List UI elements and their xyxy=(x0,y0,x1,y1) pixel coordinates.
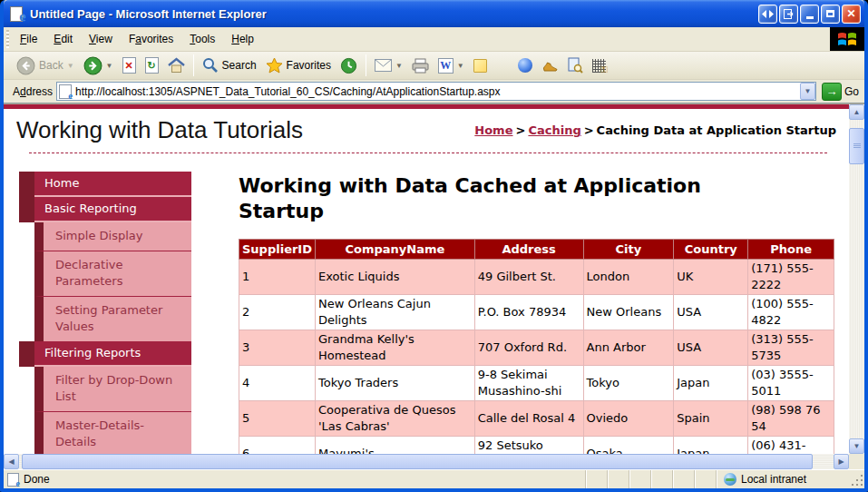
cell-address: Calle del Rosal 4 xyxy=(474,401,583,437)
resize-grip[interactable] xyxy=(852,470,864,488)
toolbar-separator xyxy=(193,54,194,76)
go-button[interactable]: → xyxy=(822,83,842,101)
breadcrumb-caching-link[interactable]: Caching xyxy=(528,123,580,137)
cell-supplier-id: 1 xyxy=(239,260,316,295)
title-bar: e Untitled Page - Microsoft Internet Exp… xyxy=(4,0,864,27)
cell-company-name: Grandma Kelly's Homestead xyxy=(316,330,475,366)
mail-dropdown-icon[interactable]: ▼ xyxy=(395,62,403,70)
cell-city: New Orleans xyxy=(583,295,674,330)
pop-out-button[interactable] xyxy=(779,5,798,24)
cell-city: Tokyo xyxy=(583,366,674,401)
addon-button[interactable] xyxy=(537,57,563,74)
find-document-button[interactable] xyxy=(563,55,588,75)
address-bar: Address e ▼ → Go xyxy=(4,80,864,103)
sidebar-item[interactable]: Declarative Parameters xyxy=(34,251,191,296)
sidebar-item[interactable]: Filtering Reports xyxy=(19,341,191,367)
history-button[interactable] xyxy=(336,55,362,76)
cell-country: USA xyxy=(674,330,748,366)
column-header: CompanyName xyxy=(316,240,475,260)
menu-item[interactable]: Favorites xyxy=(121,27,181,51)
vertical-scrollbar[interactable]: ▲ ▼ xyxy=(849,104,864,454)
print-button[interactable] xyxy=(407,56,434,75)
maximize-button[interactable] xyxy=(821,5,840,24)
sidebar-item[interactable]: Home xyxy=(19,172,191,197)
sidebar-item-label: Setting Parameter Values xyxy=(55,303,162,333)
back-icon xyxy=(16,56,35,75)
menu-items: FileEditViewFavoritesToolsHelp xyxy=(12,27,830,51)
horizontal-scroll-thumb[interactable] xyxy=(22,454,813,469)
refresh-button[interactable]: ↻ xyxy=(141,55,163,75)
search-icon xyxy=(202,57,219,74)
address-input[interactable] xyxy=(75,85,800,98)
breadcrumb: Home>Caching>Caching Data at Application… xyxy=(474,123,836,137)
site-header: Working with Data Tutorials Home>Caching… xyxy=(4,109,849,153)
scroll-down-button[interactable]: ▼ xyxy=(849,438,864,454)
table-row: 6 Mayumi's 92 Setsuko Chuo-ku Osaka Japa… xyxy=(239,437,834,455)
header-divider xyxy=(29,153,827,153)
menu-item[interactable]: Help xyxy=(223,27,262,51)
window-title: Untitled Page - Microsoft Internet Explo… xyxy=(30,7,756,21)
script-debug-button[interactable]: ⚿ xyxy=(588,57,610,74)
cell-city: London xyxy=(583,260,674,295)
forward-button[interactable]: ▼ xyxy=(79,54,118,77)
column-header: City xyxy=(583,240,674,260)
edit-in-word-icon: W xyxy=(438,58,454,74)
browser-window: e Untitled Page - Microsoft Internet Exp… xyxy=(0,0,868,492)
cell-phone: (98) 598 76 54 xyxy=(748,401,834,437)
status-bar: e Done Local intranet xyxy=(4,469,864,488)
sidebar-item-label: Filter by Drop-Down List xyxy=(55,373,172,403)
scroll-up-button[interactable]: ▲ xyxy=(849,104,864,120)
menu-item[interactable]: View xyxy=(81,27,121,51)
sidebar-item[interactable]: Basic Reporting xyxy=(19,197,191,222)
edit-in-word-button[interactable]: W ▼ xyxy=(434,56,469,75)
page-done-icon: e xyxy=(7,473,19,487)
cell-supplier-id: 6 xyxy=(239,437,316,455)
pan-arrows-button[interactable] xyxy=(758,5,777,24)
vertical-scroll-thumb[interactable] xyxy=(849,128,864,164)
stop-button[interactable]: ✕ xyxy=(118,55,141,75)
favorites-button[interactable]: Favorites xyxy=(261,55,336,75)
menu-item[interactable]: File xyxy=(12,27,45,51)
menu-item[interactable]: Tools xyxy=(181,27,223,51)
cell-supplier-id: 2 xyxy=(239,295,316,330)
back-label: Back xyxy=(39,59,63,72)
address-dropdown-button[interactable]: ▼ xyxy=(800,83,815,100)
status-text: Done xyxy=(24,473,50,486)
sidebar-item[interactable]: Setting Parameter Values xyxy=(34,296,191,341)
edit-dropdown-icon[interactable]: ▼ xyxy=(457,62,464,70)
cell-city: Oviedo xyxy=(583,401,674,437)
back-button[interactable]: Back ▼ xyxy=(12,54,79,77)
page-title: Working with Data Cached at Application … xyxy=(239,173,765,224)
discuss-button[interactable] xyxy=(469,57,492,74)
sidebar-item[interactable]: Master-Details-Details xyxy=(34,411,191,454)
menu-grip[interactable] xyxy=(5,30,11,48)
navigation-toolbar: Back ▼ ▼ ✕ ↻ Search Favorites ▼ xyxy=(4,52,864,80)
cell-city: Ann Arbor xyxy=(583,330,674,366)
cell-supplier-id: 3 xyxy=(239,330,316,366)
cell-address: 9-8 Sekimai Musashino-shi xyxy=(474,366,583,401)
scroll-right-button[interactable]: ▶ xyxy=(834,454,849,469)
cell-country: USA xyxy=(674,295,748,330)
sidebar-item[interactable]: Simple Display xyxy=(34,222,191,251)
home-button[interactable] xyxy=(163,55,190,75)
security-zone-pane: Local intranet xyxy=(716,470,852,488)
favorites-label: Favorites xyxy=(287,59,331,72)
sidebar-item[interactable]: Filter by Drop-Down List xyxy=(34,367,191,411)
forward-dropdown-icon[interactable]: ▼ xyxy=(106,62,113,70)
breadcrumb-home-link[interactable]: Home xyxy=(474,123,512,137)
table-row: 2 New Orleans Cajun Delights P.O. Box 78… xyxy=(239,295,834,330)
mail-button[interactable]: ▼ xyxy=(370,57,407,74)
home-icon xyxy=(168,57,185,74)
sidebar-menu: Home Basic Reporting Simple Display Decl… xyxy=(19,172,191,454)
cell-address: P.O. Box 78934 xyxy=(474,295,583,330)
cell-company-name: Tokyo Traders xyxy=(316,366,475,401)
scroll-left-button[interactable]: ◀ xyxy=(4,454,19,469)
cell-country: Japan xyxy=(674,437,748,455)
menu-item[interactable]: Edit xyxy=(45,27,81,51)
windows-logo-throbber xyxy=(830,27,864,51)
search-button[interactable]: Search xyxy=(198,55,261,75)
messenger-button[interactable] xyxy=(513,56,537,74)
horizontal-scrollbar[interactable]: ◀ ▶ xyxy=(4,454,849,469)
close-button[interactable]: ✕ xyxy=(842,5,861,24)
minimize-button[interactable] xyxy=(800,5,819,24)
